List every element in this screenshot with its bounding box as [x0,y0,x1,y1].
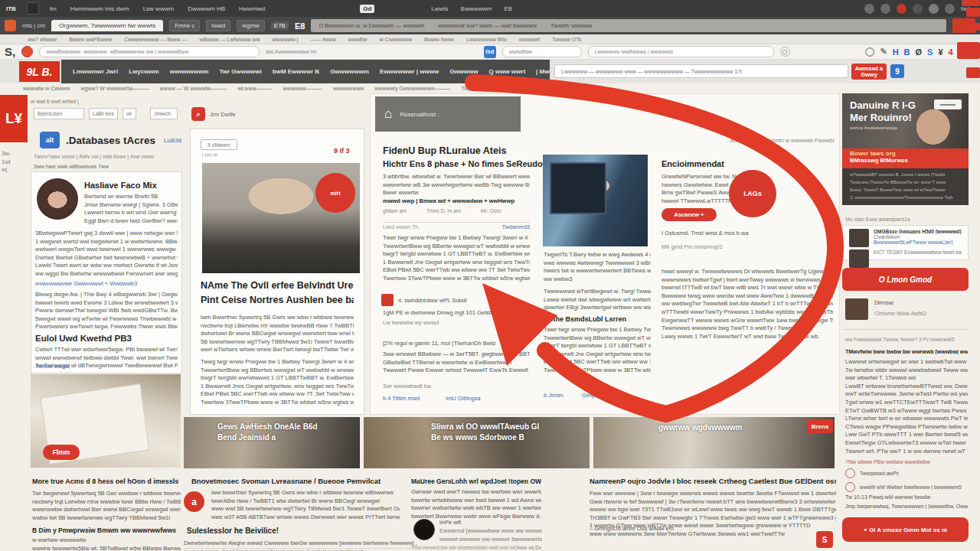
bookmark-item[interactable]: wwwBw [348,37,368,42]
site-search-input[interactable] [554,64,848,78]
nav-item[interactable]: Gwwwwwwm [326,68,373,75]
filter-input-1[interactable] [34,108,84,119]
attachment-link[interactable]: 4. swhddredww wPL Subdl [398,297,530,304]
sidebar-bottom-button[interactable]: + Gl A emsse Gmm Mol ss m [842,517,969,542]
app-icon[interactable] [27,2,39,15]
bookmark-item[interactable]: w Cwwwwww [380,37,412,42]
extension-letter-icon[interactable]: ✎ [880,47,887,57]
extension-letter-icon[interactable]: Ø [916,47,923,57]
sidebar-item-title[interactable]: Dlmrswj [874,300,893,305]
col5-button[interactable]: Ascanew + [662,208,717,221]
news-item[interactable]: OMGBsse Gwsuaes H5d0 [wwwwwd] Clyardwtum… [849,229,962,247]
info-icon[interactable]: O [780,47,790,57]
bookmark-item[interactable]: wwwwwf [519,37,540,42]
filter-search-button[interactable]: ⌕ [191,107,205,121]
card-headline-2[interactable]: Pint Ceise Nortres Aushlen bee barns [201,295,354,305]
nav-item[interactable]: Ewwwwwwr | wwww [376,68,443,75]
left-bottom-headline[interactable]: More true Acms d 8 hess oel hOon d imess… [32,478,181,485]
nav-item[interactable]: bwM Ewwwwr B [269,68,323,75]
secondary-url-input[interactable] [588,46,774,57]
subnav-link[interactable]: wLwww——— [237,86,272,91]
subnav-link[interactable]: wwwwwly Gwwwwwwww——— [374,86,450,91]
toolbar-button[interactable]: wgmw [237,20,265,31]
menubar-item[interactable]: Dwwwwm HB [188,5,225,12]
extension-letter-icon[interactable]: 4 [949,47,953,57]
extension-icon[interactable] [929,4,939,14]
menubar-item[interactable]: EB [504,5,512,12]
extension-letter-icon[interactable]: ¥ [938,47,942,57]
nav-item[interactable]: | Mwwwwwm [532,68,550,75]
extension-letter-icon[interactable]: ◯ [865,47,874,57]
profile-avatar[interactable] [37,178,78,220]
share-link[interactable]: Gimpm [582,392,600,399]
bookmark-item[interactable]: Bwww wwFBwww [69,37,112,42]
bookmark-item[interactable]: Bwww fwww [424,37,454,42]
menubar-item[interactable]: Lwwts [431,5,448,12]
shield-icon[interactable] [21,46,33,57]
bookmark-item[interactable]: wBwww — Lwfwwww ww [200,37,260,42]
thumb-tag[interactable]: Brens [807,419,833,433]
extension-letter-icon[interactable]: H [893,47,899,57]
profile-link[interactable]: wvwvwwwvwe Gwwvwwwt + Wwdwwb3 [35,280,178,287]
bookmark-item[interactable]: wwwwww | [273,37,299,42]
extension-icon[interactable] [880,4,890,14]
bookmark-item[interactable]: —— fwww [311,37,336,42]
toolbar-button[interactable]: Fmrw c [169,20,200,31]
nav-item[interactable]: wwwwwwwm [166,68,213,75]
browser-app-icon[interactable] [5,20,16,31]
subnav-link[interactable]: wwwwwwww [333,86,364,91]
teaser-a-headline[interactable]: Bnovetmosec Svoman Lvreasnane / Bueooe P… [191,477,398,485]
profile-link2[interactable]: Twtww wwwd [35,363,70,370]
nav-item[interactable]: Gwwwww [446,68,482,75]
extension-icon[interactable] [897,4,906,14]
subnav-link[interactable]: wwwwww——— [283,86,322,91]
filter-input-3[interactable] [122,108,136,119]
news-link[interactable]: Bwwwwwwr5LwPTwww wwwwL[wr] [874,240,962,245]
share-link[interactable]: b Jimim [544,392,564,399]
url-input[interactable] [39,46,260,57]
teaser-c-headline[interactable]: NamreenP oujro Jodvle I bloc reseek Crth… [590,477,836,485]
promo-button[interactable] [934,99,962,109]
nav-item[interactable]: Lmwwmwr Jwrl [69,68,122,75]
find-input[interactable] [502,46,582,57]
sidebar-red-button[interactable]: O Lmon Gmod [842,268,969,291]
home-icon[interactable]: ⌂ [384,106,392,122]
breadcrumb[interactable]: Asmbqwni . Bugrmmtn w wwwwwb Pwwwbr [436,138,835,143]
attachment-icon[interactable] [381,294,394,306]
header-blue-icon[interactable]: 9 [890,64,904,78]
extension-icon[interactable] [945,4,955,14]
site-logo[interactable]: 9L B. [19,61,60,82]
extension-letter-icon[interactable]: S [927,47,933,57]
photo-button[interactable]: Flmm [43,445,80,460]
subnav-link[interactable]: TBywwwwwww w www [462,86,517,91]
teaser-c-link[interactable]: – GmnguOd amm Ous wAdw em [590,525,674,532]
menubar-item[interactable]: Hwwmwd [239,5,265,12]
active-tab[interactable]: Orgwwwm, Twwwwwwm fwr wwwts [51,20,163,31]
divider-right-link[interactable]: Twdammd3 [502,224,530,230]
bookmark-item[interactable]: Lwwwwwww Bfw [466,37,507,42]
nav-item[interactable]: Lwycwwm [125,68,163,75]
nav-item[interactable]: Q www wwrt [485,68,530,75]
filter-input-4[interactable] [150,108,178,119]
rail-logo-badge[interactable]: L¥ [0,95,28,142]
bookmark-item[interactable]: ww? wfwww [28,37,57,42]
teaser-b-avatar[interactable] [413,519,435,540]
card-chip[interactable]: 9 oMwwm [201,139,237,150]
extension-icon[interactable] [913,4,923,14]
teaser-b-headline[interactable]: MaUree GersLohh wrl wpdJoet !topen OW. P… [411,478,541,485]
filter-input-2[interactable] [89,108,118,119]
extension-letter-icon[interactable]: B [904,47,910,57]
section-link[interactable]: LuB38 [164,137,181,144]
toolbar-button[interactable]: lwwd [206,20,230,31]
menubar-item[interactable]: Hwmmwwm lms dwm [70,5,129,12]
extension-icon[interactable] [864,4,874,14]
subnav-link[interactable]: wwwwtw w Cwwww [23,86,70,91]
menubar-item[interactable]: tm [50,5,57,12]
share-link[interactable]: lmU Gittingsa [446,395,480,402]
subnav-link[interactable]: wwwwd wwwwy | 4 O f w [527,86,586,91]
news-item[interactable]: KICT TEGBY Evwwwwwwbww twwrt bwwwwwwwwt … [849,249,962,268]
bullet-item[interactable]: Twwqwswd awPh [845,468,968,478]
share-link[interactable]: b 4 Tittim mwd [383,395,420,402]
card-headline-1[interactable]: NAme The Ovll erfee Belvlndt Urent es [201,280,354,291]
bullet-item[interactable]: wwwW wW Wwbwr bwwfwwww | bwwwwwm5 [845,482,968,492]
